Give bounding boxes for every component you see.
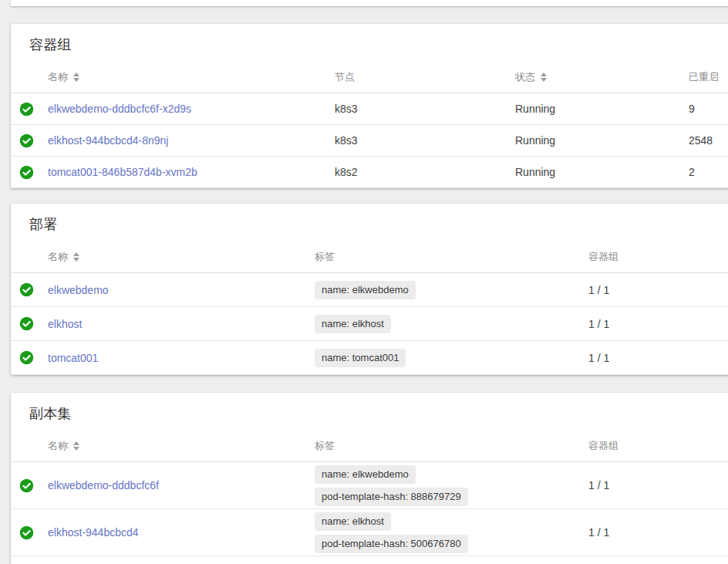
check-circle-icon bbox=[19, 282, 34, 297]
sort-arrows-icon[interactable] bbox=[541, 73, 547, 82]
table-row: tomcat001 name: tomcat001 1 / 1 bbox=[11, 341, 728, 375]
pod-node: k8s3 bbox=[335, 134, 515, 147]
status-cell bbox=[11, 282, 48, 297]
previous-card-edge bbox=[11, 0, 728, 6]
pods-card: 容器组 名称 节点 状态 已重启 elkwebdemo-dddbcfc6f-x2… bbox=[11, 24, 728, 188]
replicaset-pods-count: 1 / 1 bbox=[588, 479, 728, 491]
label-chip: name: elkwebdemo bbox=[315, 465, 416, 484]
deployment-pods-count: 1 / 1 bbox=[588, 318, 728, 330]
check-circle-icon bbox=[19, 525, 34, 540]
labels-cell: name: elkhost pod-template-hash: 5006767… bbox=[315, 512, 588, 553]
check-circle-icon bbox=[19, 478, 34, 493]
deployment-name-link[interactable]: tomcat001 bbox=[48, 352, 98, 364]
pod-name-link[interactable]: tomcat001-846b587d4b-xvm2b bbox=[48, 166, 197, 178]
status-cell bbox=[11, 133, 48, 148]
label-chip: name: elkhost bbox=[315, 315, 391, 333]
label-chip: name: tomcat001 bbox=[315, 349, 406, 367]
deployment-pods-count: 1 / 1 bbox=[588, 284, 728, 296]
check-circle-icon bbox=[19, 316, 34, 331]
replicasets-table-header: 名称 标签 容器组 bbox=[11, 430, 728, 462]
status-cell bbox=[11, 478, 48, 493]
sort-arrows-icon[interactable] bbox=[73, 441, 79, 451]
pod-status: Running bbox=[515, 103, 689, 115]
replicaset-name-link[interactable]: elkhost-944bcbcd4 bbox=[48, 526, 139, 539]
deployments-card: 部署 名称 标签 容器组 elkwebdemo name: elkwebdemo… bbox=[11, 204, 728, 375]
replicaset-name-link[interactable]: elkwebdemo-dddbcfc6f bbox=[48, 479, 159, 491]
pod-restarts: 2 bbox=[689, 166, 728, 178]
deployment-pods-count: 1 / 1 bbox=[588, 352, 728, 364]
replicasets-card-title: 副本集 bbox=[29, 404, 72, 423]
status-cell bbox=[11, 316, 48, 331]
replicasets-column-header-pods: 容器组 bbox=[588, 439, 728, 453]
pods-column-header-node: 节点 bbox=[335, 70, 515, 84]
pod-name-link[interactable]: elkwebdemo-dddbcfc6f-x2d9s bbox=[48, 103, 191, 115]
pod-restarts: 2548 bbox=[689, 134, 728, 147]
status-cell bbox=[11, 102, 48, 117]
table-row: tomcat001-846b587d4b-xvm2b k8s2 Running … bbox=[11, 157, 728, 188]
labels-cell: name: elkhost bbox=[315, 315, 588, 333]
status-cell bbox=[11, 525, 48, 540]
deployments-table-header: 名称 标签 容器组 bbox=[11, 241, 728, 273]
label-chip: pod-template-hash: 888679729 bbox=[315, 488, 468, 506]
pods-column-header-name[interactable]: 名称 bbox=[48, 70, 335, 84]
pod-status: Running bbox=[515, 166, 689, 178]
status-cell bbox=[11, 165, 48, 180]
deployments-column-header-pods: 容器组 bbox=[588, 250, 728, 264]
pod-restarts: 9 bbox=[689, 103, 728, 115]
sort-arrows-icon[interactable] bbox=[73, 73, 79, 82]
table-row: elkhost-944bcbcd4 name: elkhost pod-temp… bbox=[11, 509, 728, 556]
labels-cell: name: elkwebdemo bbox=[315, 281, 588, 299]
pods-card-title: 容器组 bbox=[29, 35, 72, 54]
replicaset-pods-count: 1 / 1 bbox=[588, 526, 728, 539]
label-chip: pod-template-hash: 500676780 bbox=[315, 535, 468, 553]
pod-name-link[interactable]: elkhost-944bcbcd4-8n9nj bbox=[48, 134, 168, 147]
pods-table-header: 名称 节点 状态 已重启 bbox=[11, 61, 728, 93]
replicasets-card: 副本集 名称 标签 容器组 elkwebdemo-dddbcfc6f name:… bbox=[11, 393, 728, 564]
pod-status: Running bbox=[515, 134, 689, 147]
pod-node: k8s3 bbox=[335, 103, 515, 115]
table-row: elkwebdemo-dddbcfc6f-x2d9s k8s3 Running … bbox=[11, 93, 728, 125]
label-chip: name: elkwebdemo bbox=[315, 281, 416, 299]
deployments-column-header-name[interactable]: 名称 bbox=[48, 250, 315, 264]
table-row: elkwebdemo-dddbcfc6f name: elkwebdemo po… bbox=[11, 462, 728, 509]
check-circle-icon bbox=[19, 350, 34, 365]
status-cell bbox=[11, 350, 48, 365]
deployments-column-header-labels: 标签 bbox=[315, 250, 588, 264]
replicasets-column-header-labels: 标签 bbox=[315, 439, 588, 453]
deployments-card-header: 部署 bbox=[11, 204, 728, 241]
labels-cell: name: tomcat001 bbox=[315, 349, 588, 367]
pod-node: k8s2 bbox=[335, 166, 515, 178]
sort-arrows-icon[interactable] bbox=[73, 252, 79, 262]
replicasets-column-header-name[interactable]: 名称 bbox=[48, 439, 315, 453]
table-row: elkhost name: elkhost 1 / 1 bbox=[11, 307, 728, 341]
table-row: elkwebdemo name: elkwebdemo 1 / 1 bbox=[11, 273, 728, 307]
pods-column-header-status[interactable]: 状态 bbox=[515, 70, 689, 84]
replicasets-card-header: 副本集 bbox=[11, 393, 728, 430]
table-row: elkhost-944bcbcd4-8n9nj k8s3 Running 254… bbox=[11, 125, 728, 157]
check-circle-icon bbox=[19, 102, 34, 117]
deployment-name-link[interactable]: elkhost bbox=[48, 318, 82, 330]
deployment-name-link[interactable]: elkwebdemo bbox=[48, 284, 109, 296]
clipped-row-area bbox=[11, 556, 728, 564]
labels-cell: name: elkwebdemo pod-template-hash: 8886… bbox=[315, 465, 588, 506]
deployments-card-title: 部署 bbox=[29, 215, 57, 234]
label-chip: name: elkhost bbox=[315, 512, 391, 531]
pods-card-header: 容器组 bbox=[11, 24, 728, 61]
pods-column-header-restarts: 已重启 bbox=[689, 70, 728, 84]
check-circle-icon bbox=[19, 133, 34, 148]
check-circle-icon bbox=[19, 165, 34, 180]
